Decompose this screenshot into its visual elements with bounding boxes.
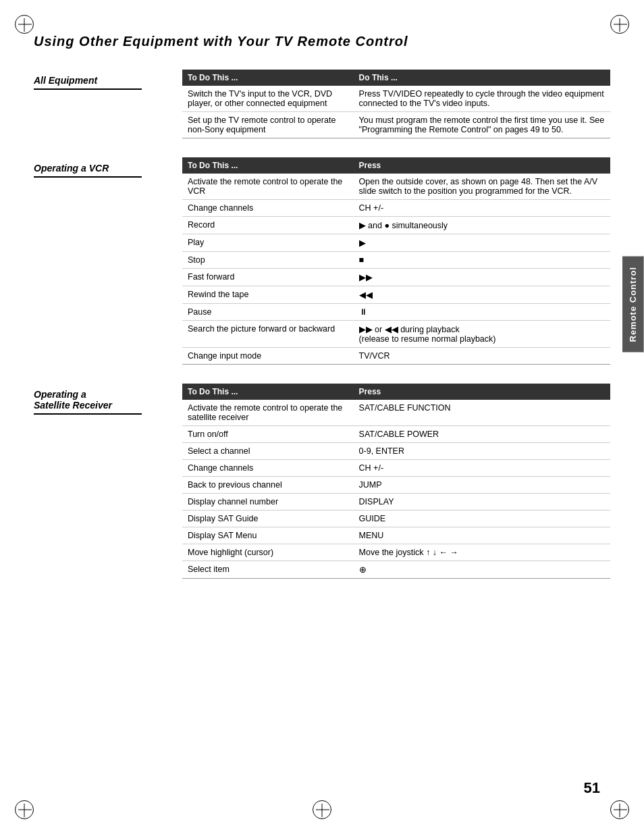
section-label-satellite: Operating a Satellite Receiver <box>34 384 182 579</box>
col2-header-vcr: Press <box>354 157 610 174</box>
section-heading-all-equipment: All Equipment <box>34 75 142 90</box>
page: Remote Control Using Other Equipment wit… <box>0 0 644 834</box>
table-cell-col2: SAT/CABLE POWER <box>354 426 610 443</box>
table-cell-col2: 0-9, ENTER <box>354 443 610 460</box>
table-cell-col2: ⊕ <box>354 561 610 579</box>
table-row: Display SAT MenuMENU <box>182 527 610 544</box>
table-row: Move highlight (cursor)Move the joystick… <box>182 544 610 561</box>
table-cell-col1: Activate the remote control to operate t… <box>182 174 354 200</box>
table-cell-col1: Display SAT Guide <box>182 511 354 527</box>
table-header-satellite: To Do This ... Press <box>182 384 610 400</box>
table-cell-col1: Record <box>182 217 354 234</box>
tbody-satellite: Activate the remote control to operate t… <box>182 400 610 579</box>
section-heading-vcr: Operating a VCR <box>34 163 142 178</box>
table-row: Display channel numberDISPLAY <box>182 494 610 511</box>
table-row: Pause⏸ <box>182 304 610 321</box>
table-cell-col1: Rewind the tape <box>182 286 354 304</box>
table-cell-col1: Pause <box>182 304 354 321</box>
section-table-satellite: To Do This ... Press Activate the remote… <box>182 384 610 579</box>
table-cell-col1: Move highlight (cursor) <box>182 544 354 561</box>
table-cell-col1: Select item <box>182 561 354 579</box>
table-cell-col2: Open the outside cover, as shown on page… <box>354 174 610 200</box>
section-heading-satellite: Operating a Satellite Receiver <box>34 389 142 415</box>
col1-header-all: To Do This ... <box>182 70 354 86</box>
table-cell-col1: Display channel number <box>182 494 354 511</box>
table-cell-col2: ▶▶ or ◀◀ during playback(release to resu… <box>354 321 610 348</box>
table-row: Fast forward▶▶ <box>182 269 610 286</box>
table-cell-col2: ◀◀ <box>354 286 610 304</box>
corner-mark-tl <box>15 15 34 34</box>
table-cell-col1: Play <box>182 234 354 252</box>
corner-mark-tr <box>610 15 629 34</box>
table-cell-col2: MENU <box>354 527 610 544</box>
col1-header-satellite: To Do This ... <box>182 384 354 400</box>
table-row: Back to previous channelJUMP <box>182 477 610 494</box>
table-cell-col2: You must program the remote control the … <box>354 112 610 138</box>
table-cell-col1: Turn on/off <box>182 426 354 443</box>
table-cell-col1: Set up the TV remote control to operate … <box>182 112 354 138</box>
table-row: Select a channel0-9, ENTER <box>182 443 610 460</box>
section-table-vcr: To Do This ... Press Activate the remote… <box>182 157 610 365</box>
table-cell-col2: CH +/- <box>354 200 610 217</box>
table-cell-col2: JUMP <box>354 477 610 494</box>
table-cell-col1: Switch the TV's input to the VCR, DVD pl… <box>182 86 354 112</box>
col2-header-all: Do This ... <box>354 70 610 86</box>
table-cell-col1: Change channels <box>182 460 354 477</box>
section-label-all-equipment: All Equipment <box>34 70 182 138</box>
section-vcr: Operating a VCR To Do This ... Press Act… <box>34 157 610 365</box>
corner-mark-br <box>610 800 629 819</box>
table-row: Change input modeTV/VCR <box>182 348 610 365</box>
table-row: Change channelsCH +/- <box>182 460 610 477</box>
table-row: Activate the remote control to operate t… <box>182 174 610 200</box>
table-cell-col2: ▶▶ <box>354 269 610 286</box>
table-all-equipment: To Do This ... Do This ... Switch the TV… <box>182 70 610 138</box>
table-row: Rewind the tape◀◀ <box>182 286 610 304</box>
table-cell-col1: Change channels <box>182 200 354 217</box>
corner-mark-bl <box>15 800 34 819</box>
table-cell-col2: Press TV/VIDEO repeatedly to cycle throu… <box>354 86 610 112</box>
page-number: 51 <box>584 779 600 797</box>
table-row: Record▶ and ● simultaneously <box>182 217 610 234</box>
sidebar-tab: Remote Control <box>622 257 644 353</box>
corner-mark-mb <box>313 800 331 819</box>
table-cell-col1: Activate the remote control to operate t… <box>182 400 354 426</box>
table-cell-col1: Display SAT Menu <box>182 527 354 544</box>
table-row: Set up the TV remote control to operate … <box>182 112 610 138</box>
section-label-vcr: Operating a VCR <box>34 157 182 365</box>
table-row: Turn on/offSAT/CABLE POWER <box>182 426 610 443</box>
table-cell-col1: Change input mode <box>182 348 354 365</box>
page-title: Using Other Equipment with Your TV Remot… <box>34 34 610 49</box>
table-row: Stop■ <box>182 252 610 269</box>
col1-header-vcr: To Do This ... <box>182 157 354 174</box>
col2-header-satellite: Press <box>354 384 610 400</box>
table-header-vcr: To Do This ... Press <box>182 157 610 174</box>
sections-container: All Equipment To Do This ... Do This ...… <box>34 70 610 579</box>
section-all-equipment: All Equipment To Do This ... Do This ...… <box>34 70 610 138</box>
table-row: Play▶ <box>182 234 610 252</box>
table-row: Activate the remote control to operate t… <box>182 400 610 426</box>
table-cell-col2: DISPLAY <box>354 494 610 511</box>
table-cell-col1: Search the picture forward or backward <box>182 321 354 348</box>
table-cell-col1: Select a channel <box>182 443 354 460</box>
table-cell-col2: TV/VCR <box>354 348 610 365</box>
table-cell-col1: Back to previous channel <box>182 477 354 494</box>
tbody-vcr: Activate the remote control to operate t… <box>182 174 610 365</box>
table-cell-col2: ▶ and ● simultaneously <box>354 217 610 234</box>
section-heading-satellite-line2: Satellite Receiver <box>34 400 112 411</box>
section-heading-satellite-line1: Operating a <box>34 389 86 400</box>
table-header-all-equipment: To Do This ... Do This ... <box>182 70 610 86</box>
table-cell-col1: Fast forward <box>182 269 354 286</box>
table-cell-col2: CH +/- <box>354 460 610 477</box>
table-row: Display SAT GuideGUIDE <box>182 511 610 527</box>
table-row: Search the picture forward or backward▶▶… <box>182 321 610 348</box>
table-cell-col2: ■ <box>354 252 610 269</box>
table-row: Change channelsCH +/- <box>182 200 610 217</box>
table-row: Select item⊕ <box>182 561 610 579</box>
table-cell-col2: SAT/CABLE FUNCTION <box>354 400 610 426</box>
table-vcr: To Do This ... Press Activate the remote… <box>182 157 610 365</box>
table-row: Switch the TV's input to the VCR, DVD pl… <box>182 86 610 112</box>
table-satellite: To Do This ... Press Activate the remote… <box>182 384 610 579</box>
table-cell-col2: ⏸ <box>354 304 610 321</box>
tbody-all-equipment: Switch the TV's input to the VCR, DVD pl… <box>182 86 610 138</box>
table-cell-col2: ▶ <box>354 234 610 252</box>
